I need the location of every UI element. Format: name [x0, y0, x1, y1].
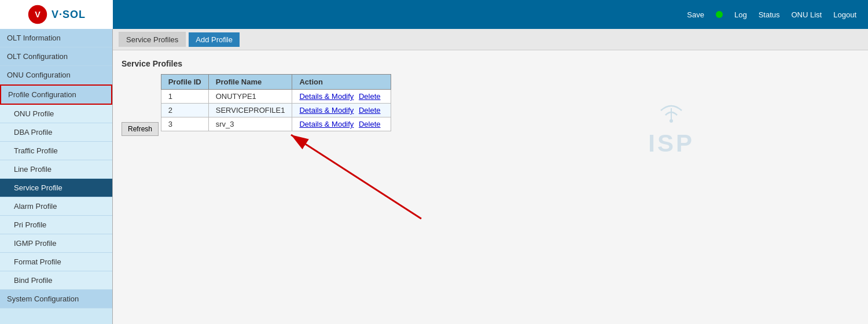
sidebar-item-traffic-profile[interactable]: Traffic Profile — [0, 142, 112, 160]
log-link[interactable]: Log — [734, 10, 747, 19]
onu-list-link[interactable]: ONU List — [792, 10, 822, 19]
refresh-button[interactable]: Refresh — [122, 122, 159, 136]
details-modify-link-2[interactable]: Details & Modify — [299, 106, 354, 115]
table-row: 1 ONUTYPE1 Details & Modify Delete — [161, 90, 391, 104]
tab-service-profiles[interactable]: Service Profiles — [119, 32, 186, 47]
cell-action: Details & Modify Delete — [292, 104, 391, 117]
status-indicator — [716, 11, 723, 18]
tab-bar: Service Profiles Add Profile — [113, 29, 868, 50]
header: V V·SOL Save Log Status ONU List Logout — [0, 0, 868, 29]
sidebar-item-alarm-profile[interactable]: Alarm Profile — [0, 197, 112, 216]
sidebar-item-format-profile[interactable]: Format Profile — [0, 253, 112, 271]
details-modify-link-3[interactable]: Details & Modify — [299, 120, 354, 128]
vsol-logo: V V·SOL — [27, 4, 86, 25]
col-header-profile-name: Profile Name — [208, 75, 292, 90]
table-row: 2 SERVICEPROFILE1 Details & Modify Delet… — [161, 104, 391, 117]
cell-profile-id: 1 — [161, 90, 208, 104]
cell-profile-name: srv_3 — [208, 117, 292, 131]
save-button[interactable]: Save — [687, 10, 704, 19]
sidebar-item-profile-configuration[interactable]: Profile Configuration — [0, 84, 112, 105]
details-modify-link-1[interactable]: Details & Modify — [299, 92, 354, 101]
isp-watermark: ISP — [648, 97, 694, 157]
isp-text: ISP — [648, 130, 694, 157]
svg-text:V: V — [35, 10, 41, 19]
col-header-profile-id: Profile ID — [161, 75, 208, 90]
sidebar-item-igmp-profile[interactable]: IGMP Profile — [0, 234, 112, 253]
sidebar: OLT Information OLT Configuration ONU Co… — [0, 29, 113, 324]
delete-link-3[interactable]: Delete — [359, 120, 381, 128]
layout: OLT Information OLT Configuration ONU Co… — [0, 29, 868, 324]
sidebar-item-bind-profile[interactable]: Bind Profile — [0, 271, 112, 290]
sidebar-item-system-configuration[interactable]: System Configuration — [0, 290, 112, 308]
sidebar-item-olt-information[interactable]: OLT Information — [0, 29, 112, 47]
logo-area: V V·SOL — [0, 0, 113, 29]
sidebar-item-onu-configuration[interactable]: ONU Configuration — [0, 66, 112, 84]
col-header-action: Action — [292, 75, 391, 90]
cell-profile-name: SERVICEPROFILE1 — [208, 104, 292, 117]
sidebar-item-line-profile[interactable]: Line Profile — [0, 160, 112, 179]
cell-profile-id: 2 — [161, 104, 208, 117]
svg-line-3 — [291, 135, 421, 219]
content-area: Service Profiles Refresh Profile ID Prof… — [113, 50, 868, 150]
delete-link-2[interactable]: Delete — [359, 106, 381, 115]
sidebar-item-service-profile[interactable]: Service Profile — [0, 179, 112, 197]
svg-point-4 — [670, 119, 673, 123]
vsol-emblem-icon: V — [27, 4, 48, 25]
header-actions: Save Log Status ONU List Logout — [687, 10, 856, 19]
table-row: 3 srv_3 Details & Modify Delete — [161, 117, 391, 131]
sidebar-item-dba-profile[interactable]: DBA Profile — [0, 123, 112, 142]
table-container: Profile ID Profile Name Action 1 ONUTYPE… — [161, 74, 391, 131]
cell-action: Details & Modify Delete — [292, 117, 391, 131]
sidebar-item-onu-profile[interactable]: ONU Profile — [0, 105, 112, 123]
delete-link-1[interactable]: Delete — [359, 92, 381, 101]
cell-profile-id: 3 — [161, 117, 208, 131]
vsol-name-text: V·SOL — [52, 9, 86, 21]
status-link[interactable]: Status — [759, 10, 780, 19]
sidebar-item-olt-configuration[interactable]: OLT Configuration — [0, 47, 112, 66]
section-title: Service Profiles — [122, 59, 859, 68]
annotation-arrow-icon — [288, 120, 578, 236]
main-content: Service Profiles Add Profile Service Pro… — [113, 29, 868, 324]
service-profiles-table: Profile ID Profile Name Action 1 ONUTYPE… — [161, 74, 391, 131]
sidebar-item-pri-profile[interactable]: Pri Profile — [0, 216, 112, 234]
add-profile-button[interactable]: Add Profile — [189, 32, 240, 47]
isp-wifi-icon — [654, 97, 689, 126]
logout-link[interactable]: Logout — [833, 10, 856, 19]
cell-profile-name: ONUTYPE1 — [208, 90, 292, 104]
cell-action: Details & Modify Delete — [292, 90, 391, 104]
